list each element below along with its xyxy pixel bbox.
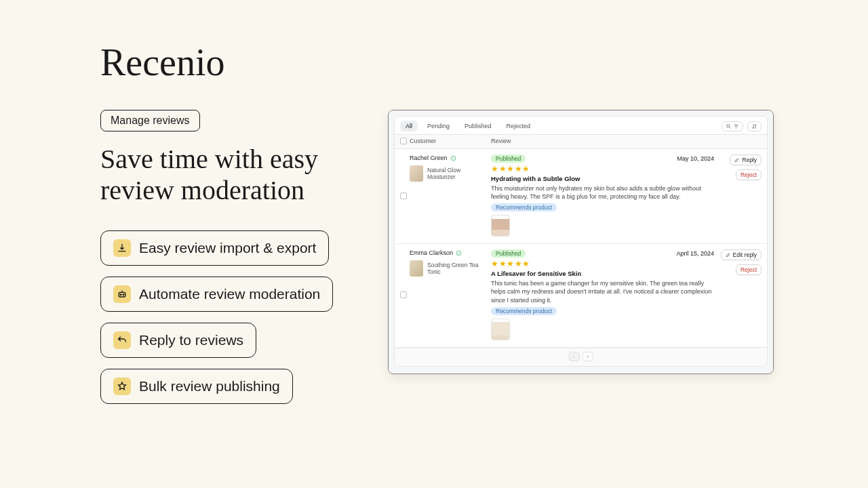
status-badge: Published xyxy=(491,155,526,163)
customer-name: Emma Clarkson xyxy=(410,249,453,256)
svg-point-3 xyxy=(727,124,730,127)
review-tabs: All Pending Published Rejected xyxy=(400,121,536,131)
review-body: This tonic has been a game changer for m… xyxy=(491,279,714,304)
feature-import-export: Easy review import & export xyxy=(100,230,329,266)
review-photo xyxy=(491,319,510,340)
product-thumbnail xyxy=(410,260,423,277)
feature-bulk: Bulk review publishing xyxy=(100,369,293,404)
review-date: April 15, 2024 xyxy=(676,250,714,257)
next-page-button[interactable]: › xyxy=(583,352,593,361)
col-review: Review xyxy=(491,135,767,148)
edit-reply-button[interactable]: Edit reply xyxy=(721,249,762,260)
review-body: This moisturizer not only hydrates my sk… xyxy=(491,184,714,201)
row-checkbox[interactable] xyxy=(400,192,407,199)
headline: Save time with easy review moderation xyxy=(100,144,372,206)
svg-point-2 xyxy=(123,294,124,296)
product-name: Soothing Green Tea Tonic xyxy=(427,262,481,275)
pagination: ‹ › xyxy=(395,348,767,366)
download-icon xyxy=(113,239,131,257)
verified-icon xyxy=(456,250,462,256)
col-customer: Customer xyxy=(410,135,491,148)
tab-rejected[interactable]: Rejected xyxy=(501,121,536,131)
reject-button[interactable]: Reject xyxy=(736,169,762,180)
star-rating: ★★★★★ xyxy=(491,259,714,268)
review-title: Hydrating with a Subtle Glow xyxy=(491,175,714,182)
svg-point-5 xyxy=(456,251,461,256)
reject-button[interactable]: Reject xyxy=(736,264,762,275)
feature-label: Bulk review publishing xyxy=(139,378,280,394)
reply-icon xyxy=(113,331,131,349)
filter-icon xyxy=(733,123,739,129)
table-row: Rachel Green Natural Glow Moisturizer Pu… xyxy=(395,149,767,244)
prev-page-button[interactable]: ‹ xyxy=(569,352,580,361)
table-header: Customer Review xyxy=(395,134,767,149)
search-filter-button[interactable] xyxy=(722,121,743,131)
review-date: May 10, 2024 xyxy=(677,155,714,162)
row-checkbox[interactable] xyxy=(400,291,407,298)
feature-label: Easy review import & export xyxy=(139,240,316,256)
tab-pending[interactable]: Pending xyxy=(422,121,455,131)
product-name: Natural Glow Moisturizer xyxy=(427,167,481,180)
review-title: A Lifesaver for Sensitive Skin xyxy=(491,270,714,277)
sort-button[interactable] xyxy=(747,121,762,131)
svg-point-4 xyxy=(451,156,456,161)
select-all-checkbox[interactable] xyxy=(400,138,407,144)
feature-automate: Automate review moderation xyxy=(100,277,333,312)
sort-icon xyxy=(751,123,757,129)
recommends-badge: Recommends product xyxy=(491,307,557,315)
search-icon xyxy=(726,123,732,129)
edit-icon xyxy=(734,157,740,163)
svg-point-1 xyxy=(120,294,121,296)
verified-icon xyxy=(450,155,456,161)
feature-label: Automate review moderation xyxy=(139,286,320,302)
star-icon xyxy=(113,378,131,395)
status-badge: Published xyxy=(491,249,526,258)
reply-button[interactable]: Reply xyxy=(730,155,762,165)
tab-published[interactable]: Published xyxy=(459,121,497,131)
product-thumbnail xyxy=(410,165,423,182)
robot-icon xyxy=(113,285,131,303)
recommends-badge: Recommends product xyxy=(491,203,557,211)
brand-title: Recenio xyxy=(100,41,372,84)
feature-label: Reply to reviews xyxy=(139,332,243,348)
reviews-panel: All Pending Published Rejected xyxy=(388,110,774,374)
tab-all[interactable]: All xyxy=(400,121,418,131)
star-rating: ★★★★★ xyxy=(491,164,714,174)
section-tag: Manage reviews xyxy=(100,110,200,131)
table-row: Emma Clarkson Soothing Green Tea Tonic P… xyxy=(395,244,767,347)
edit-icon xyxy=(726,252,731,258)
review-photo xyxy=(491,215,510,237)
feature-reply: Reply to reviews xyxy=(100,323,256,358)
customer-name: Rachel Green xyxy=(410,155,448,161)
